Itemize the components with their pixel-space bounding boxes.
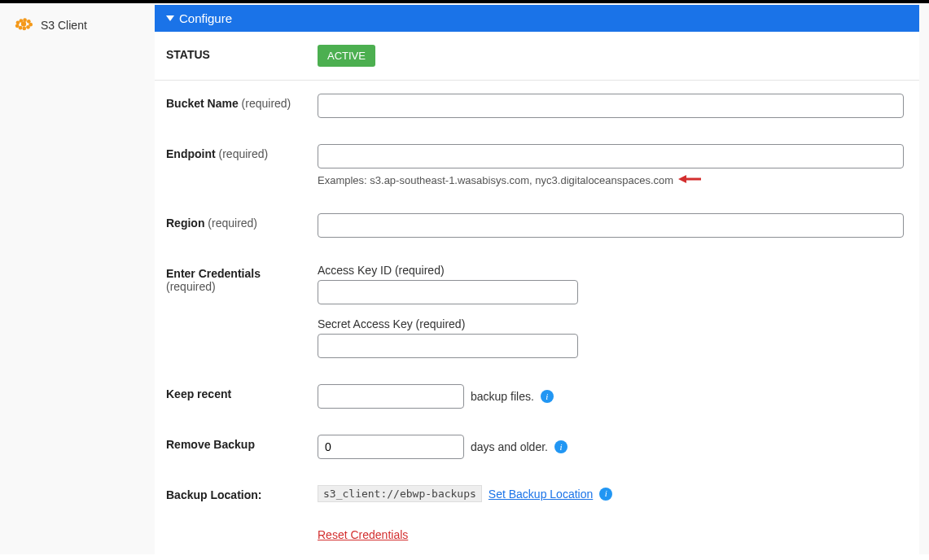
panel-body: STATUS ACTIVE Bucket Name (required) End…: [155, 32, 919, 554]
svg-point-0: [16, 21, 20, 25]
remove-backup-suffix: days and older.: [471, 440, 548, 453]
app-container: S3 Client Configure STATUS ACTIVE Bucket…: [0, 3, 929, 554]
endpoint-label: Endpoint (required): [166, 144, 318, 160]
endpoint-row: Endpoint (required) Examples: s3.ap-sout…: [155, 131, 919, 200]
svg-point-6: [22, 27, 26, 31]
reset-credentials-row: Reset Credentials: [155, 515, 919, 554]
backup-location-label: Backup Location:: [166, 485, 318, 501]
remove-backup-input[interactable]: [318, 435, 464, 459]
main-panel: Configure STATUS ACTIVE Bucket Name (req…: [155, 5, 919, 554]
remove-backup-row: Remove Backup days and older. i: [155, 422, 919, 472]
access-key-input[interactable]: [318, 280, 578, 304]
status-badge: ACTIVE: [318, 45, 375, 67]
reset-credentials-link[interactable]: Reset Credentials: [318, 528, 408, 541]
panel-header[interactable]: Configure: [155, 5, 919, 32]
bucket-name-label: Bucket Name (required): [166, 94, 318, 110]
region-row: Region (required): [155, 200, 919, 251]
keep-recent-suffix: backup files.: [471, 390, 534, 403]
sidebar: S3 Client: [0, 3, 155, 554]
panel-title: Configure: [179, 11, 232, 25]
backup-location-path: s3_client://ebwp-backups: [318, 485, 482, 502]
keep-recent-label: Keep recent: [166, 384, 318, 400]
credentials-row: Enter Credentials (required) Access Key …: [155, 251, 919, 371]
info-icon[interactable]: i: [541, 390, 554, 403]
svg-point-5: [26, 25, 30, 29]
svg-point-7: [19, 26, 23, 30]
sidebar-item-s3-client[interactable]: S3 Client: [13, 13, 148, 37]
remove-backup-label: Remove Backup: [166, 435, 318, 451]
keep-recent-input[interactable]: [318, 384, 464, 409]
svg-marker-11: [678, 175, 686, 183]
bucket-name-input[interactable]: [318, 94, 904, 118]
access-key-label: Access Key ID (required): [318, 264, 578, 277]
endpoint-input[interactable]: [318, 144, 904, 168]
arrow-annotation-icon: [678, 173, 703, 187]
chevron-down-icon: [166, 15, 174, 21]
endpoint-helper: Examples: s3.ap-southeast-1.wasabisys.co…: [318, 173, 904, 187]
info-icon[interactable]: i: [554, 440, 567, 453]
status-row: STATUS ACTIVE: [155, 32, 919, 81]
s3-cloud-icon: [13, 16, 34, 34]
credentials-label: Enter Credentials (required): [166, 264, 318, 293]
secret-key-label: Secret Access Key (required): [318, 317, 578, 330]
footer: Save Settings: [0, 554, 929, 560]
svg-point-9: [21, 21, 26, 26]
info-icon[interactable]: i: [599, 488, 612, 501]
secret-key-input[interactable]: [318, 334, 578, 358]
backup-location-row: Backup Location: s3_client://ebwp-backup…: [155, 472, 919, 515]
keep-recent-row: Keep recent backup files. i: [155, 371, 919, 422]
bucket-name-row: Bucket Name (required): [155, 81, 919, 131]
region-label: Region (required): [166, 213, 318, 230]
region-input[interactable]: [318, 213, 904, 238]
status-label: STATUS: [166, 45, 318, 61]
svg-point-8: [15, 24, 20, 28]
set-backup-location-link[interactable]: Set Backup Location: [489, 488, 593, 501]
sidebar-item-label: S3 Client: [41, 19, 87, 32]
svg-point-3: [27, 20, 31, 24]
